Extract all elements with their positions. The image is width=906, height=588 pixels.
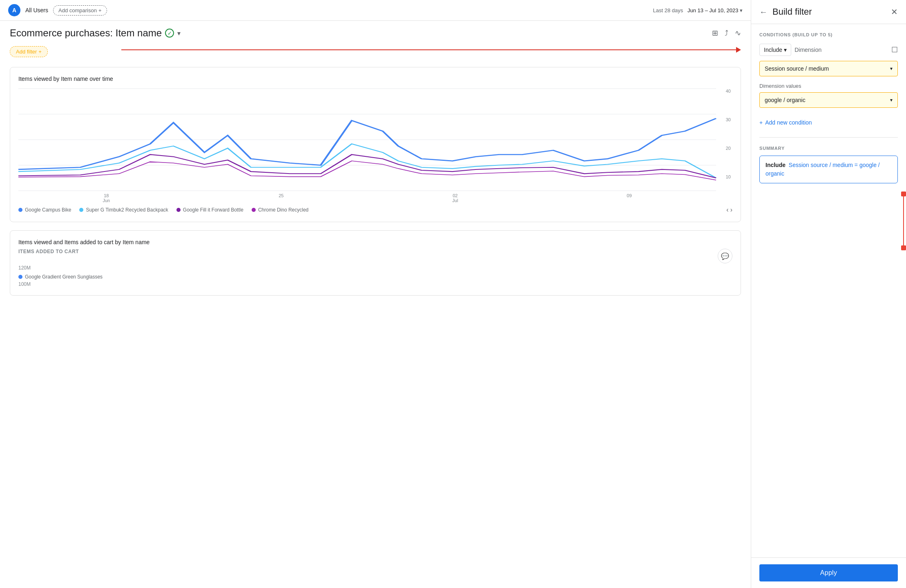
close-button[interactable]: ✕: [891, 7, 898, 17]
chart-svg-wrap: [18, 89, 716, 191]
avatar: A: [8, 4, 20, 16]
chart2-legend-dot: [18, 275, 22, 279]
x-axis-labels: 18 Jun 25 02 Jul 09: [18, 193, 716, 203]
chart2-title: Items viewed and Items added to cart by …: [18, 239, 732, 245]
page-header: Ecommerce purchases: Item name ✓ ▾ ⊞ ⤴ ∿: [0, 21, 751, 60]
comment-button[interactable]: 💬: [718, 249, 732, 263]
summary-box: Include Session source / medium = google…: [759, 156, 898, 183]
legend-dot-1: [18, 208, 22, 212]
red-indicator-top: [901, 192, 906, 196]
legend-item-1: Google Campus Bike: [18, 207, 71, 213]
top-bar: A All Users Add comparison + Last 28 day…: [0, 0, 751, 21]
panel-header: ← Build filter ✕: [751, 0, 906, 24]
y-axis-labels: 40 30 20 10: [724, 89, 732, 203]
legend-item-3: Google Fill it Forward Bottle: [176, 207, 243, 213]
items-added-label: ITEMS ADDED TO CART: [18, 249, 79, 254]
legend-item-4: Chrome Dino Recycled: [252, 207, 308, 213]
values-chevron-icon: ▾: [890, 97, 893, 103]
add-condition-plus-icon: +: [759, 119, 763, 126]
summary-label: SUMMARY: [759, 146, 898, 151]
share-button[interactable]: ⤴: [725, 29, 728, 38]
back-button[interactable]: ←: [759, 7, 768, 17]
chart2-legend: Google Gradient Green Sunglasses: [18, 274, 732, 280]
dimension-chevron-icon: ▾: [890, 66, 893, 71]
legend-navigation: ‹ ›: [726, 206, 732, 214]
table-view-button[interactable]: ⊞: [712, 29, 718, 38]
chart1-title: Items viewed by Item name over time: [18, 76, 732, 82]
trend-button[interactable]: ∿: [735, 29, 741, 38]
chart1-container: Items viewed by Item name over time 40 3…: [10, 67, 741, 222]
right-panel: ← Build filter ✕ CONDITIONS (BUILD UP TO…: [751, 0, 906, 588]
include-button[interactable]: Include ▾: [759, 44, 791, 56]
y-label-100m: 100M: [18, 281, 732, 287]
chart1-area: 40 30 20 10: [18, 89, 732, 203]
values-select[interactable]: google / organic ▾: [759, 92, 898, 108]
dimension-static-label: Dimension: [794, 47, 888, 53]
legend-next-button[interactable]: ›: [730, 206, 732, 214]
dimension-values-label: Dimension values: [759, 83, 898, 89]
add-condition-button[interactable]: + Add new condition: [759, 116, 812, 129]
page-title: Ecommerce purchases: Item name ✓ ▾: [10, 27, 181, 39]
panel-title: Build filter: [772, 7, 812, 17]
condition-row: Include ▾ Dimension ☐: [759, 44, 898, 56]
red-indicator-line: [903, 196, 904, 245]
page-actions: ⊞ ⤴ ∿: [712, 29, 741, 38]
red-indicator-bottom: [901, 245, 906, 250]
legend-item-2: Super G Timbuk2 Recycled Backpack: [79, 207, 168, 213]
legend-dot-4: [252, 208, 256, 212]
all-users-label: All Users: [25, 7, 48, 13]
dimension-select[interactable]: Session source / medium ▾: [759, 61, 898, 76]
verified-icon: ✓: [165, 29, 174, 38]
legend-dot-3: [176, 208, 181, 212]
legend-dot-2: [79, 208, 83, 212]
divider: [759, 137, 898, 138]
chart1-legend: Google Campus Bike Super G Timbuk2 Recyc…: [18, 206, 732, 214]
conditions-label: CONDITIONS (BUILD UP TO 5): [759, 32, 898, 37]
summary-text: Include Session source / medium = google…: [765, 161, 892, 178]
chart-section: Items viewed by Item name over time 40 3…: [0, 60, 751, 588]
delete-condition-button[interactable]: ☐: [891, 45, 898, 54]
title-dropdown-icon[interactable]: ▾: [177, 29, 181, 37]
add-filter-button[interactable]: Add filter +: [10, 46, 48, 57]
chart2-container: Items viewed and Items added to cart by …: [10, 230, 741, 296]
add-comparison-button[interactable]: Add comparison +: [53, 5, 107, 16]
apply-button-wrap: Apply: [751, 557, 906, 588]
y-label-120m: 120M: [18, 265, 732, 271]
include-dropdown-icon: ▾: [784, 47, 787, 53]
line-chart-svg: [18, 89, 716, 191]
date-range-display: Last 28 days Jun 13 – Jul 10, 2023 ▾: [653, 7, 743, 13]
panel-body: CONDITIONS (BUILD UP TO 5) Include ▾ Dim…: [751, 24, 906, 557]
legend-prev-button[interactable]: ‹: [726, 206, 728, 214]
apply-button[interactable]: Apply: [759, 564, 898, 581]
